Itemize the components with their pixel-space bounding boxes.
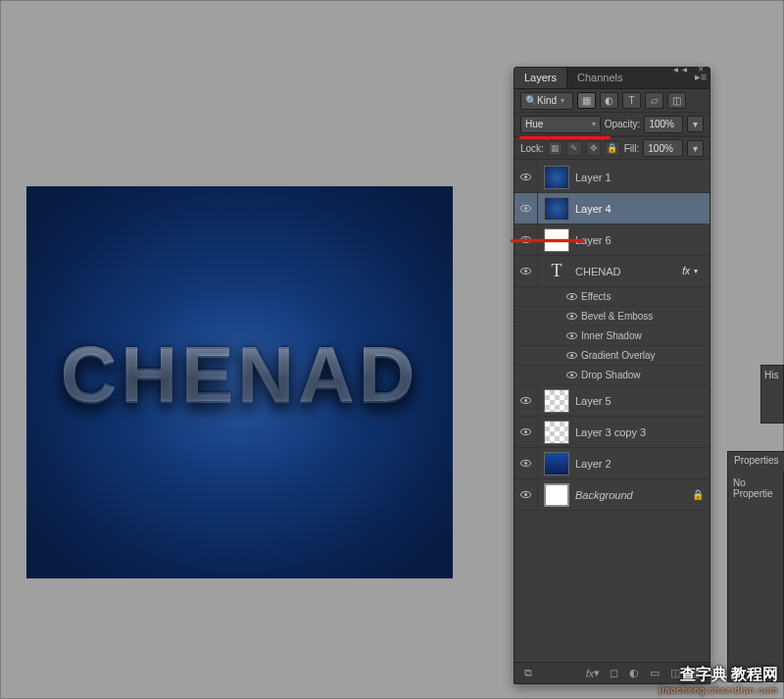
chevron-down-icon[interactable]: ▾ [694, 267, 706, 275]
layer-name[interactable]: Layer 6 [575, 234, 710, 246]
lock-all-icon[interactable]: 🔒 [605, 141, 619, 156]
layer-name[interactable]: Layer 2 [575, 458, 710, 470]
layer-thumbnail[interactable] [544, 452, 569, 475]
layer-thumbnail[interactable]: T [544, 260, 569, 283]
layer-fx-badge[interactable]: fx [682, 266, 690, 276]
layer-name[interactable]: CHENAD [575, 266, 682, 277]
layer-name[interactable]: Layer 3 copy 3 [575, 426, 710, 438]
opacity-input[interactable]: 100% [644, 116, 683, 133]
layer-mask-icon[interactable]: ◻ [606, 667, 621, 680]
history-tab[interactable]: His [764, 370, 780, 380]
layer-name[interactable]: Background [575, 489, 692, 501]
layer-name[interactable]: Layer 4 [575, 203, 710, 215]
visibility-toggle[interactable] [514, 162, 538, 192]
filter-type-icon[interactable]: T [622, 92, 641, 109]
annotation-line [511, 239, 584, 242]
annotation-line [519, 136, 611, 139]
layer-row[interactable]: Layer 1 [514, 162, 710, 193]
history-panel[interactable]: His [760, 365, 784, 424]
layer-fx-icon[interactable]: fx▾ [585, 667, 601, 680]
filter-adjustment-icon[interactable]: ◐ [600, 92, 618, 109]
lock-icon: 🔒 [692, 489, 704, 500]
layer-thumbnail[interactable] [544, 483, 569, 507]
layer-row[interactable]: Layer 2 [514, 448, 710, 479]
layers-list: Layer 1Layer 4Layer 6TCHENADfx▾EffectsBe… [514, 162, 710, 662]
visibility-toggle[interactable] [514, 417, 538, 447]
layer-effect-item[interactable]: Drop Shadow [514, 366, 710, 385]
layers-panel: ◂◂ × Layers Channels ▸≡ 🔍Kind▾ ▦ ◐ T ▱ ◫… [514, 67, 710, 684]
lock-position-icon[interactable]: ✥ [586, 141, 601, 156]
fill-label: Fill: [624, 143, 640, 154]
lock-label: Lock: [520, 143, 544, 154]
properties-body: No Propertie [728, 472, 783, 505]
layer-row[interactable]: Layer 4 [514, 193, 710, 225]
layer-effect-item[interactable]: Inner Shadow [514, 326, 710, 346]
layer-effect-item[interactable]: Gradient Overlay [514, 346, 710, 366]
properties-panel: Properties No Propertie [727, 451, 784, 682]
layer-thumbnail[interactable] [544, 197, 569, 221]
filter-shape-icon[interactable]: ▱ [645, 92, 663, 109]
lock-pixels-icon[interactable]: ✎ [566, 141, 581, 156]
visibility-toggle[interactable] [514, 385, 538, 416]
layer-name[interactable]: Layer 1 [575, 172, 710, 183]
document-canvas[interactable]: CHENAD [26, 186, 453, 578]
filter-pixel-icon[interactable]: ▦ [577, 92, 596, 109]
filter-smart-icon[interactable]: ◫ [667, 92, 686, 109]
visibility-toggle[interactable] [514, 479, 538, 510]
layer-effects-header[interactable]: Effects [514, 287, 710, 307]
adjustment-layer-icon[interactable]: ◐ [626, 667, 642, 680]
opacity-label: Opacity: [605, 119, 641, 129]
tab-channels[interactable]: Channels [567, 68, 632, 88]
properties-tab[interactable]: Properties [728, 452, 784, 472]
layer-effect-item[interactable]: Bevel & Emboss [514, 307, 710, 326]
layer-name[interactable]: Layer 5 [575, 395, 710, 407]
panel-collapse-icon[interactable]: ◂◂ × [673, 64, 708, 75]
visibility-toggle[interactable] [514, 193, 538, 224]
layer-row[interactable]: Layer 3 copy 3 [514, 417, 710, 448]
link-layers-icon[interactable]: ⧉ [520, 667, 536, 680]
lock-transparent-icon[interactable]: ▦ [548, 141, 563, 156]
tab-layers[interactable]: Layers [514, 68, 567, 88]
layer-row[interactable]: Background🔒 [514, 479, 710, 511]
blend-mode-select[interactable]: Hue▾ [520, 116, 601, 133]
layer-thumbnail[interactable] [544, 166, 569, 189]
layer-thumbnail[interactable] [544, 389, 569, 413]
layer-row[interactable]: TCHENADfx▾ [514, 256, 710, 287]
layer-thumbnail[interactable] [544, 421, 569, 444]
watermark: 查字典 教程网 jiaocheng.chazidian.com [659, 665, 778, 695]
visibility-toggle[interactable] [514, 256, 538, 286]
fill-slider-icon[interactable]: ▾ [687, 140, 704, 157]
opacity-slider-icon[interactable]: ▾ [687, 116, 704, 132]
layer-row[interactable]: Layer 5 [514, 385, 710, 417]
visibility-toggle[interactable] [514, 448, 538, 478]
canvas-text: CHENAD [60, 329, 418, 420]
fill-input[interactable]: 100% [643, 139, 682, 157]
layer-filter-kind[interactable]: 🔍Kind▾ [520, 92, 573, 110]
